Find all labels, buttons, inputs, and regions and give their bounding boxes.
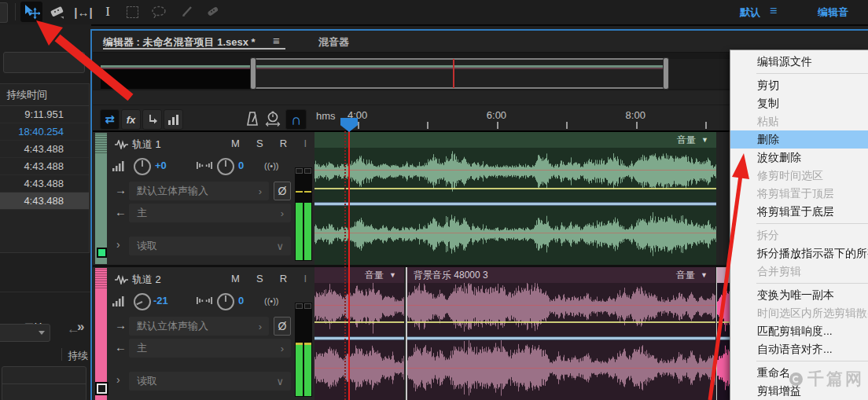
timeline-ruler[interactable]: hms 4:006:008:00 (314, 109, 730, 131)
menu-item[interactable]: 编辑源文件 (730, 53, 868, 71)
track1-output-selector[interactable]: 主 › (129, 204, 291, 222)
track1-minimize-box[interactable] (97, 248, 107, 258)
disclosure-chevron-icon[interactable]: › (116, 373, 120, 386)
track2-name[interactable]: 轨道 2 (132, 273, 161, 287)
slip-tool-button[interactable]: |↔| (69, 2, 97, 22)
clip-volume-label[interactable]: 音量 (676, 269, 695, 282)
duration-column-header[interactable]: 持续时间 (0, 84, 89, 106)
track1-input-selector[interactable]: 默认立体声输入 › (129, 182, 269, 200)
paintbrush-selection-tool-button[interactable] (176, 2, 198, 22)
caret-down-icon[interactable]: ▼ (701, 271, 708, 279)
track1-automation-selector[interactable]: 读取 ∨ (129, 237, 291, 255)
menu-item[interactable]: 时间选区内所选剪辑散射 (730, 304, 868, 322)
menu-item[interactable]: 自动语音对齐... (730, 340, 868, 358)
menu-item[interactable]: 合并剪辑 (730, 262, 868, 281)
menu-item[interactable]: 拆分播放指示器下的所有剪辑 (730, 244, 868, 262)
razor-tool-button[interactable] (46, 2, 68, 22)
track1-clip[interactable]: 音量 ▼ (314, 132, 716, 265)
menu-item[interactable]: 将剪辑置于底层 (730, 203, 868, 221)
clip-name[interactable]: 背景音乐 48000 3 (407, 269, 488, 282)
workspace-edit-audio-button[interactable]: 编辑音 (818, 6, 848, 20)
disclosure-chevron-icon[interactable]: › (116, 238, 120, 251)
back-arrow-icon[interactable]: ← (67, 321, 80, 337)
track-s-button[interactable]: S (256, 273, 263, 284)
track2-input-selector[interactable]: 默认立体声输入 › (129, 317, 269, 336)
file-row[interactable]: 4:43.488 (0, 141, 89, 158)
punch-record-button[interactable] (142, 109, 162, 130)
track-r-button[interactable]: R (280, 273, 287, 284)
workspace-menu-icon[interactable]: ≡ (770, 4, 777, 18)
clip-volume-label[interactable]: 音量 (677, 134, 696, 147)
effects-rack-button[interactable]: fx (121, 109, 141, 130)
move-tool-button[interactable] (20, 2, 42, 22)
track-m-button[interactable]: M (231, 273, 240, 284)
time-selection-tool-button[interactable]: I (99, 2, 116, 22)
snap-time-button[interactable] (265, 111, 281, 130)
clip-header[interactable]: 音量 ▼ (314, 267, 404, 283)
track-r-button[interactable]: R (280, 138, 287, 149)
menu-item[interactable]: 变换为唯一副本 (730, 286, 868, 304)
caret-down-icon[interactable]: ▼ (701, 136, 708, 144)
volume-envelope-line[interactable] (314, 188, 716, 189)
snap-toggle-button[interactable]: ∩ (285, 109, 307, 130)
track2-phase-button[interactable]: Ø (274, 317, 291, 336)
lasso-selection-tool-button[interactable] (148, 2, 170, 22)
menu-item[interactable]: 复制 (730, 94, 868, 112)
workspace-default-button[interactable]: 默认 (740, 6, 760, 20)
track2-output-selector[interactable]: 主 › (129, 339, 291, 358)
property-input-row[interactable] (2, 367, 86, 384)
track1-volume-value[interactable]: +0 (155, 160, 167, 171)
file-row[interactable]: 4:43.488 (0, 158, 89, 175)
track2-clip-1[interactable]: 音量 ▼ (314, 267, 404, 400)
clip-volume-label[interactable]: 音量 (365, 269, 384, 282)
menu-item[interactable]: 拆分 (730, 226, 868, 244)
files-filter-field[interactable] (3, 52, 85, 73)
file-row[interactable]: 9:11.951 (0, 106, 89, 123)
navigator-handle-right[interactable] (663, 57, 669, 90)
navigator-handle-left[interactable] (250, 57, 256, 90)
track2-clip-2[interactable]: 背景音乐 48000 3 音量 ▼ (406, 267, 715, 400)
track2-clip-selected[interactable] (716, 267, 730, 400)
clip-header[interactable]: 音量 ▼ (314, 132, 716, 148)
navigator-view-bracket[interactable] (252, 58, 668, 89)
track1-pan-knob[interactable] (217, 158, 234, 175)
properties-dropdown[interactable] (0, 324, 50, 342)
menu-item[interactable]: 修剪时间选区 (730, 167, 868, 185)
caret-down-icon[interactable]: ▼ (389, 271, 396, 279)
file-row[interactable]: 4:43.488 (0, 193, 89, 210)
menu-item[interactable]: 粘贴 (730, 112, 868, 130)
track1-name[interactable]: 轨道 1 (132, 138, 161, 152)
track1-pan-value[interactable]: 0 (238, 160, 244, 171)
track-s-button[interactable]: S (256, 138, 263, 149)
clip-header[interactable]: 背景音乐 48000 3 音量 ▼ (407, 267, 715, 283)
menu-item[interactable]: 删除 (730, 130, 868, 149)
tab-mixer[interactable]: 混音器 (318, 35, 349, 50)
track-i-button[interactable]: I (303, 273, 307, 284)
track1-color-strip[interactable] (95, 133, 107, 264)
metronome-button[interactable] (245, 111, 260, 130)
track1-volume-knob[interactable] (134, 158, 151, 175)
track-m-button[interactable]: M (231, 138, 240, 149)
input-monitor-icon[interactable]: ((•)) (264, 161, 279, 171)
menu-item[interactable]: 波纹删除 (730, 149, 868, 167)
clip-header[interactable] (717, 267, 730, 283)
track-i-button[interactable]: I (303, 138, 307, 149)
track2-pan-value[interactable]: 0 (238, 295, 244, 306)
track2-pan-knob[interactable] (217, 293, 234, 310)
spot-healing-brush-tool-button[interactable] (201, 2, 223, 22)
track2-volume-value[interactable]: -21 (153, 295, 168, 306)
menu-item[interactable]: 剪切 (730, 76, 868, 94)
properties-input-group[interactable] (2, 366, 86, 400)
track2-automation-selector[interactable]: 读取 ∨ (129, 372, 291, 391)
menu-item[interactable]: 将剪辑置于顶层 (730, 185, 868, 203)
volume-envelope-line[interactable] (314, 321, 404, 323)
tab-menu-icon[interactable]: ≡ (273, 34, 280, 47)
volume-envelope-line[interactable] (407, 321, 715, 323)
volume-envelope-line[interactable] (717, 321, 730, 323)
track2-volume-knob[interactable] (134, 293, 151, 310)
file-row[interactable]: 18:40.254 (0, 123, 89, 141)
toggle-waveform-multitrack-button[interactable]: ⇄ (100, 109, 120, 130)
file-row[interactable]: 4:43.488 (0, 175, 89, 193)
metering-button[interactable] (164, 109, 183, 130)
menu-item[interactable]: 匹配剪辑响度... (730, 322, 868, 340)
